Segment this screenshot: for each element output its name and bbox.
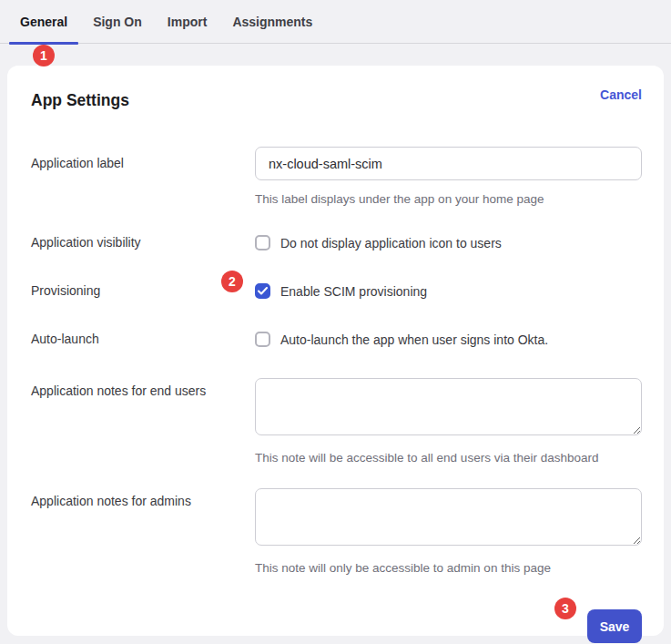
auto-launch-checkbox-label[interactable]: Auto-launch the app when user signs into… [280, 332, 548, 347]
notes-end-users-label: Application notes for end users [31, 378, 255, 465]
tab-general[interactable]: General [7, 0, 80, 43]
tab-assignments[interactable]: Assignments [219, 0, 325, 43]
cancel-link[interactable]: Cancel [600, 87, 642, 102]
row-notes-admins: Application notes for admins This note w… [31, 488, 642, 575]
row-notes-end-users: Application notes for end users This not… [31, 378, 642, 465]
save-button[interactable]: Save [587, 609, 642, 643]
application-visibility-control: Do not display application icon to users [255, 235, 642, 250]
provisioning-control: Enable SCIM provisioning [255, 283, 642, 299]
row-provisioning: Provisioning Enable SCIM provisioning [31, 283, 642, 299]
row-application-label: Application label This label displays un… [31, 147, 642, 206]
annotation-badge-3: 3 [554, 598, 576, 619]
annotation-badge-1: 1 [33, 45, 55, 66]
notes-end-users-helper: This note will be accessible to all end … [255, 451, 642, 465]
auto-launch-checkbox[interactable] [255, 332, 270, 347]
tab-bar: General Sign On Import Assignments [0, 0, 671, 44]
app-settings-page: General Sign On Import Assignments 1 2 3… [0, 0, 671, 644]
application-label-helper: This label displays under the app on you… [255, 192, 642, 206]
annotation-badge-2: 2 [221, 271, 243, 292]
auto-launch-control: Auto-launch the app when user signs into… [255, 332, 642, 347]
application-visibility-label: Application visibility [31, 235, 255, 250]
scim-provisioning-checkbox[interactable] [255, 283, 270, 299]
auto-launch-label: Auto-launch [31, 332, 255, 346]
visibility-checkbox-label[interactable]: Do not display application icon to users [280, 236, 502, 250]
notes-end-users-control: This note will be accessible to all end … [255, 378, 642, 465]
visibility-checkbox[interactable] [255, 235, 270, 250]
checkmark-icon [258, 287, 268, 295]
notes-admins-textarea[interactable] [255, 488, 642, 546]
card-header: App Settings Cancel [31, 87, 642, 110]
tab-import[interactable]: Import [155, 0, 220, 43]
notes-admins-helper: This note will only be accessible to adm… [255, 561, 642, 575]
save-row: Save [31, 609, 642, 643]
tab-sign-on[interactable]: Sign On [80, 0, 155, 43]
application-label-label: Application label [31, 147, 255, 206]
notes-admins-control: This note will only be accessible to adm… [255, 488, 642, 575]
notes-admins-label: Application notes for admins [31, 488, 255, 575]
row-application-visibility: Application visibility Do not display ap… [31, 235, 642, 250]
app-settings-card: App Settings Cancel Application label Th… [7, 66, 664, 636]
scim-provisioning-checkbox-label[interactable]: Enable SCIM provisioning [280, 284, 427, 299]
page-title: App Settings [31, 87, 129, 110]
row-auto-launch: Auto-launch Auto-launch the app when use… [31, 332, 642, 347]
application-label-control: This label displays under the app on you… [255, 147, 642, 206]
application-label-input[interactable] [255, 147, 642, 180]
notes-end-users-textarea[interactable] [255, 378, 642, 435]
